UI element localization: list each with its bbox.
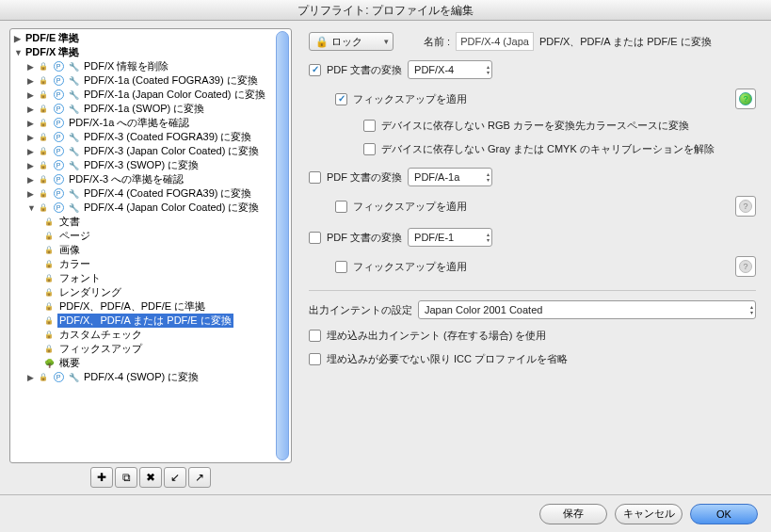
tree-child[interactable]: カスタムチェック (10, 328, 291, 342)
fixup2-label: フィックスアップを適用 (353, 200, 467, 214)
tree-item[interactable]: ▶PPDF/X 情報を削除 (10, 59, 291, 73)
tree-item[interactable]: ▶PPDF/X-3 への準拠を確認 (10, 172, 291, 186)
conv1-label: PDF 文書の変換 (327, 63, 402, 77)
conv2-label: PDF 文書の変換 (327, 170, 402, 185)
conv3-label: PDF 文書の変換 (327, 231, 402, 245)
tree-item[interactable]: ▶PPDF/X-1a への準拠を確認 (10, 116, 291, 130)
tree-item[interactable]: ▶PPDF/X-4 (SWOP) に変換 (10, 370, 291, 384)
fixup2-checkbox[interactable] (335, 201, 347, 213)
tree-item[interactable]: ▶PPDF/X-4 (Coated FOGRA39) に変換 (10, 186, 291, 201)
devrgb-label: デバイスに依存しない RGB カラーを変換先カラースペースに変換 (381, 119, 689, 133)
conv3-select[interactable]: PDF/E-1 (408, 228, 492, 247)
tree-child[interactable]: ページ (10, 229, 291, 243)
import-button[interactable]: ↙ (164, 467, 186, 488)
save-button[interactable]: 保存 (539, 504, 607, 524)
delete-button[interactable]: ✖ (139, 467, 162, 488)
embed2-checkbox[interactable] (309, 353, 321, 365)
window-title: プリフライト: プロファイルを編集 (0, 0, 771, 21)
tree-child-selected[interactable]: PDF/X、PDF/A または PDF/E に変換 (10, 314, 291, 328)
name-tail: PDF/X、PDF/A または PDF/E に変換 (539, 35, 712, 49)
tree-child[interactable]: 画像 (10, 243, 291, 257)
tree-child[interactable]: PDF/X、PDF/A、PDF/E に準拠 (10, 299, 291, 314)
conv1-checkbox[interactable] (309, 64, 321, 76)
name-field[interactable]: PDF/X-4 (Japa (456, 32, 534, 51)
tree-item[interactable]: ▶PPDF/X-1a (Coated FOGRA39) に変換 (10, 73, 291, 88)
tree-item[interactable]: ▶PPDF/X-1a (Japan Color Coated) に変換 (10, 88, 291, 102)
embed2-label: 埋め込みが必要でない限り ICC プロファイルを省略 (327, 352, 568, 366)
scrollbar[interactable] (276, 31, 289, 460)
help-icon[interactable]: ? (735, 89, 756, 109)
fixup3-label: フィックスアップを適用 (353, 260, 467, 274)
embed1-label: 埋め込み出力インテント (存在する場合) を使用 (327, 329, 546, 343)
conv2-checkbox[interactable] (309, 171, 321, 184)
conv2-select[interactable]: PDF/A-1a (408, 168, 492, 186)
profile-tree: ▶PDF/E 準拠 ▼PDF/X 準拠 ▶PPDF/X 情報を削除 ▶PPDF/… (9, 28, 292, 463)
tree-child[interactable]: フィックスアップ (10, 342, 291, 356)
tree-item[interactable]: ▶PPDF/X-3 (Coated FOGRA39) に変換 (10, 130, 291, 144)
export-button[interactable]: ↗ (188, 467, 211, 488)
tree-child[interactable]: 概要 (10, 356, 291, 370)
fixup1-checkbox[interactable] (335, 93, 347, 105)
tree-child[interactable]: カラー (10, 257, 291, 271)
lock-select[interactable]: 🔒 ロック (309, 32, 394, 51)
fixup1-label: フィックスアップを適用 (353, 92, 467, 106)
devrgb-checkbox[interactable] (363, 120, 376, 132)
help-icon[interactable]: ? (735, 196, 756, 217)
tree-item[interactable]: ▶PPDF/X-1a (SWOP) に変換 (10, 102, 291, 116)
name-label: 名前 : (424, 35, 450, 49)
add-button[interactable]: ✚ (90, 467, 113, 488)
cancel-button[interactable]: キャンセル (615, 504, 683, 524)
ok-button[interactable]: OK (690, 504, 758, 524)
tree-item-expanded[interactable]: ▼PPDF/X-4 (Japan Color Coated) に変換 (10, 201, 291, 215)
embed1-checkbox[interactable] (309, 330, 321, 342)
tree-item[interactable]: ▶PPDF/X-3 (SWOP) に変換 (10, 158, 291, 172)
tree-item[interactable]: ▶PPDF/X-3 (Japan Color Coated) に変換 (10, 144, 291, 158)
tree-child[interactable]: フォント (10, 271, 291, 285)
conv1-select[interactable]: PDF/X-4 (408, 60, 492, 79)
output-intent-label: 出力インテントの設定 (309, 303, 412, 317)
help-icon[interactable]: ? (735, 256, 756, 277)
fixup3-checkbox[interactable] (335, 261, 347, 273)
tree-root-pdfx[interactable]: ▼PDF/X 準拠 (10, 45, 291, 59)
tree-child[interactable]: レンダリング (10, 285, 291, 299)
devgray-checkbox[interactable] (363, 143, 376, 155)
duplicate-button[interactable]: ⧉ (115, 467, 137, 488)
lock-icon: 🔒 (315, 36, 329, 48)
output-intent-select[interactable]: Japan Color 2001 Coated (418, 300, 756, 319)
conv3-checkbox[interactable] (309, 232, 321, 244)
tree-child[interactable]: 文書 (10, 215, 291, 229)
tree-root-pdfe[interactable]: ▶PDF/E 準拠 (10, 31, 291, 45)
devgray-label: デバイスに依存しない Gray または CMYK のキャリブレーションを解除 (381, 142, 715, 156)
